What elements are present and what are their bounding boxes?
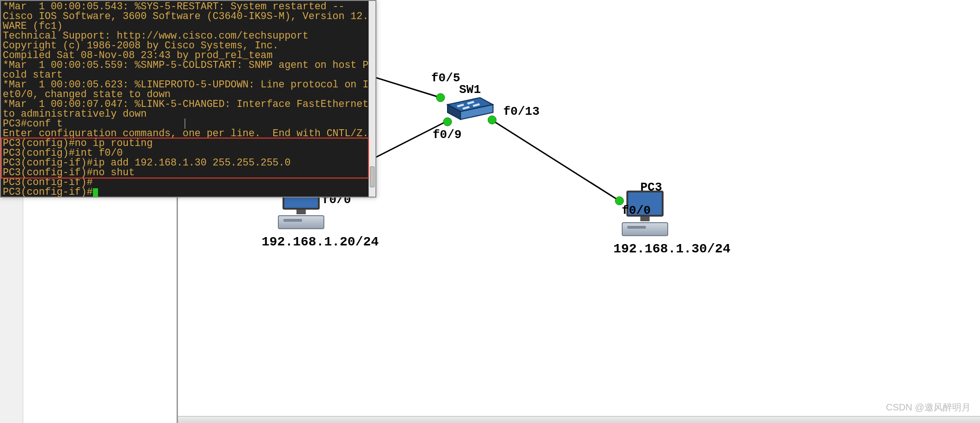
- console-line: Compiled Sat 08-Nov-08 23:43 by prod_rel…: [3, 51, 367, 60]
- console-line: *Mar 1 00:00:05.543: %SYS-5-RESTART: Sys…: [3, 2, 367, 12]
- console-line: Cisco IOS Software, 3600 Software (C3640…: [3, 12, 367, 21]
- console-line: *Mar 1 00:00:05.623: %LINEPROTO-5-UPDOWN…: [3, 80, 367, 90]
- topology-statusbar: [178, 416, 980, 423]
- console-line: WARE (fc1): [3, 21, 367, 31]
- console-line: Technical Support: http://www.cisco.com/…: [3, 31, 367, 41]
- terminal-cursor: [93, 188, 98, 197]
- text-caret-icon: [184, 119, 185, 129]
- switch-icon: [443, 95, 494, 121]
- port-pc3-f00: f0/0: [622, 204, 651, 218]
- console-line: Enter configuration commands, one per li…: [3, 129, 367, 139]
- console-line: PC3(config-if)#ip add 192.168.1.30 255.2…: [3, 158, 367, 168]
- console-line: PC3(config)#int f0/0: [3, 148, 367, 158]
- console-line: to administratively down: [3, 109, 367, 119]
- ip-pc3: 192.168.1.30/24: [613, 242, 730, 256]
- watermark: CSDN @邀风醉明月: [886, 401, 971, 414]
- port-sw1-f05: f0/5: [431, 71, 460, 85]
- label-pc3: PC3: [640, 180, 662, 194]
- console-line: cold start: [3, 70, 367, 80]
- console-line: PC3(config-if)#: [3, 187, 367, 197]
- console-line: et0/0, changed state to down: [3, 90, 367, 99]
- console-line: PC3(config-if)#no shut: [3, 168, 367, 178]
- console-scroll-thumb[interactable]: [370, 166, 375, 187]
- port-sw1-f013: f0/13: [503, 105, 539, 119]
- console-line: PC3(config)#no ip routing: [3, 139, 367, 148]
- label-sw1: SW1: [459, 83, 481, 97]
- port-sw1-f09: f0/9: [433, 128, 461, 142]
- svg-line-2: [492, 120, 619, 201]
- device-sw1[interactable]: [443, 95, 494, 121]
- console-line: *Mar 1 00:00:07.047: %LINK-5-CHANGED: In…: [3, 99, 367, 109]
- console-window[interactable]: *Mar 1 00:00:05.543: %SYS-5-RESTART: Sys…: [0, 0, 376, 198]
- console-line: PC3(config-if)#: [3, 178, 367, 187]
- console-scrollbar[interactable]: [368, 1, 375, 197]
- console-line: *Mar 1 00:00:05.559: %SNMP-5-COLDSTART: …: [3, 60, 367, 70]
- console-line: Copyright (c) 1986-2008 by Cisco Systems…: [3, 41, 367, 51]
- ip-pc2: 192.168.1.20/24: [262, 235, 379, 249]
- left-sidebar: [0, 198, 23, 423]
- console-output[interactable]: *Mar 1 00:00:05.543: %SYS-5-RESTART: Sys…: [1, 1, 368, 197]
